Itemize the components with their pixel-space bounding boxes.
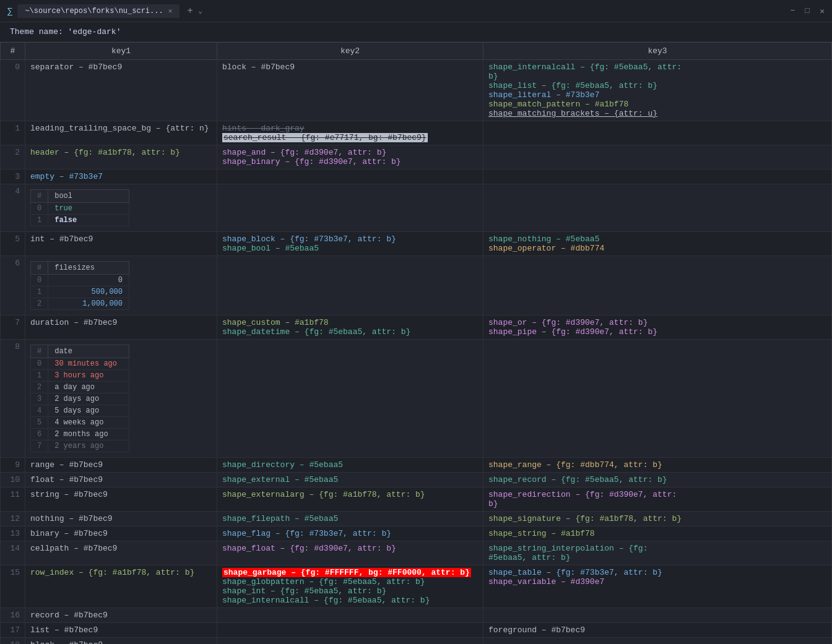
table-row: 0 separator – #b7bec9 block – #b7bec9 sh… bbox=[1, 60, 832, 121]
row-index-12: 12 bbox=[1, 512, 25, 526]
key3-5: shape_nothing – #5ebaa5 shape_operator –… bbox=[483, 232, 832, 256]
col-header-index: # bbox=[1, 43, 25, 60]
row-index-11: 11 bbox=[1, 487, 25, 512]
mini-row-1-val: 3 hours ago bbox=[48, 370, 129, 382]
key2-11: shape_externalarg – {fg: #a1bf78, attr: … bbox=[217, 487, 483, 512]
key1-7: duration – #b7bec9 bbox=[25, 316, 217, 340]
key3-16 bbox=[483, 608, 832, 623]
table-row: 3 empty – #73b3e7 bbox=[1, 170, 832, 184]
key1-14: cellpath – #b7bec9 bbox=[25, 541, 217, 565]
row-index-14: 14 bbox=[1, 541, 25, 565]
mini-row-1-val: 500,000 bbox=[48, 286, 129, 298]
row-index-3: 3 bbox=[1, 170, 25, 184]
key2-5: shape_block – {fg: #73b3e7, attr: b} sha… bbox=[217, 232, 483, 256]
key3-9: shape_range – {fg: #dbb774, attr: b} bbox=[483, 458, 832, 473]
new-tab-button[interactable]: + bbox=[187, 6, 193, 17]
row-index-15: 15 bbox=[1, 565, 25, 608]
key3-7: shape_or – {fg: #d390e7, attr: b} shape_… bbox=[483, 316, 832, 340]
col-header-key3: key3 bbox=[483, 43, 832, 60]
mini-row-1-idx: 1 bbox=[31, 215, 48, 226]
filesizes-table: # filesizes 0 0 1 500,000 bbox=[30, 261, 129, 310]
key1-12: nothing – #b7bec9 bbox=[25, 512, 217, 526]
key2-7: shape_custom – #a1bf78 shape_datetime – … bbox=[217, 316, 483, 340]
date-table: # date 0 30 minutes ago 1 3 hours ago bbox=[30, 345, 129, 452]
row-index-7: 7 bbox=[1, 316, 25, 340]
row-index-8: 8 bbox=[1, 340, 25, 458]
table-row: 9 range – #b7bec9 shape_directory – #5eb… bbox=[1, 458, 832, 473]
tab-more-button[interactable]: ⌄ bbox=[198, 6, 202, 15]
key3-6 bbox=[483, 256, 832, 316]
table-row: 11 string – #b7bec9 shape_externalarg – … bbox=[1, 487, 832, 512]
key3-12: shape_signature – {fg: #a1bf78, attr: b} bbox=[483, 512, 832, 526]
mini-row-7-val: 2 years ago bbox=[48, 440, 129, 452]
mini-col-bool: bool bbox=[48, 190, 129, 203]
row-index-2: 2 bbox=[1, 145, 25, 170]
row-index-17: 17 bbox=[1, 623, 25, 638]
titlebar: ∑ ~\source\repos\forks\nu_scri... ✕ + ⌄ … bbox=[0, 0, 832, 22]
key2-4 bbox=[217, 184, 483, 232]
close-button[interactable]: ✕ bbox=[820, 6, 825, 16]
key3-1 bbox=[483, 121, 832, 145]
row-index-13: 13 bbox=[1, 526, 25, 541]
row-index-5: 5 bbox=[1, 232, 25, 256]
mini-col-date: date bbox=[48, 345, 129, 358]
key3-13: shape_string – #a1bf78 bbox=[483, 526, 832, 541]
mini-row-0-idx: 0 bbox=[31, 275, 48, 286]
key1-18: block – #b7bec9 bbox=[25, 638, 217, 645]
key3-0: shape_internalcall – {fg: #5ebaa5, attr:… bbox=[483, 60, 832, 121]
row-index-6: 6 bbox=[1, 256, 25, 316]
main-table: # key1 key2 key3 0 separator – #b7bec9 b… bbox=[0, 42, 832, 644]
key3-15: shape_table – {fg: #73b3e7, attr: b} sha… bbox=[483, 565, 832, 608]
key2-1: hints – dark_gray search_result – {fg: #… bbox=[217, 121, 483, 145]
key2-18 bbox=[217, 638, 483, 645]
tab-close-button[interactable]: ✕ bbox=[168, 7, 173, 15]
key1-16: record – #b7bec9 bbox=[25, 608, 217, 623]
key2-6 bbox=[217, 256, 483, 316]
bool-table: # bool 0 true 1 false bbox=[30, 189, 129, 226]
table-row: 17 list – #b7bec9 foreground – #b7bec9 bbox=[1, 623, 832, 638]
key3-17: foreground – #b7bec9 bbox=[483, 623, 832, 638]
key1-11: string – #b7bec9 bbox=[25, 487, 217, 512]
key1-17: list – #b7bec9 bbox=[25, 623, 217, 638]
key1-3: empty – #73b3e7 bbox=[25, 170, 217, 184]
mini-row-2-idx: 2 bbox=[31, 298, 48, 310]
tab-label: ~\source\repos\forks\nu_scri... bbox=[25, 7, 163, 15]
table-row: 18 block – #b7bec9 bbox=[1, 638, 832, 645]
key2-10: shape_external – #5ebaa5 bbox=[217, 473, 483, 487]
mini-row-4-idx: 4 bbox=[31, 405, 48, 417]
maximize-button[interactable]: □ bbox=[805, 6, 810, 16]
table-row: 13 binary – #b7bec9 shape_flag – {fg: #7… bbox=[1, 526, 832, 541]
table-row: 5 int – #b7bec9 shape_block – {fg: #73b3… bbox=[1, 232, 832, 256]
key1-8: # date 0 30 minutes ago 1 3 hours ago bbox=[25, 340, 217, 458]
table-row: 8 # date 0 30 minutes ago bbox=[1, 340, 832, 458]
mini-col-hash: # bbox=[31, 190, 48, 203]
key3-8 bbox=[483, 340, 832, 458]
mini-row-0-idx: 0 bbox=[31, 358, 48, 370]
table-row: 16 record – #b7bec9 bbox=[1, 608, 832, 623]
row-index-9: 9 bbox=[1, 458, 25, 473]
key2-9: shape_directory – #5ebaa5 bbox=[217, 458, 483, 473]
minimize-button[interactable]: − bbox=[791, 6, 795, 16]
window-controls: − □ ✕ bbox=[791, 6, 825, 16]
key2-12: shape_filepath – #5ebaa5 bbox=[217, 512, 483, 526]
mini-row-3-val: 2 days ago bbox=[48, 393, 129, 405]
key2-3 bbox=[217, 170, 483, 184]
key3-4 bbox=[483, 184, 832, 232]
tab-active[interactable]: ~\source\repos\forks\nu_scri... ✕ bbox=[17, 4, 180, 18]
mini-row-7-idx: 7 bbox=[31, 440, 48, 452]
table-row: 4 # bool 0 true bbox=[1, 184, 832, 232]
theme-line: Theme name: 'edge-dark' bbox=[0, 22, 832, 42]
mini-row-1-val: false bbox=[48, 215, 129, 226]
row-index-0: 0 bbox=[1, 60, 25, 121]
key2-8 bbox=[217, 340, 483, 458]
key3-14: shape_string_interpolation – {fg: #5ebaa… bbox=[483, 541, 832, 565]
key2-17 bbox=[217, 623, 483, 638]
key1-1: leading_trailing_space_bg – {attr: n} bbox=[25, 121, 217, 145]
key3-10: shape_record – {fg: #5ebaa5, attr: b} bbox=[483, 473, 832, 487]
key2-14: shape_float – {fg: #d390e7, attr: b} bbox=[217, 541, 483, 565]
table-row: 10 float – #b7bec9 shape_external – #5eb… bbox=[1, 473, 832, 487]
key2-13: shape_flag – {fg: #73b3e7, attr: b} bbox=[217, 526, 483, 541]
mini-col-hash: # bbox=[31, 262, 48, 275]
key1-6: # filesizes 0 0 1 500,000 bbox=[25, 256, 217, 316]
key2-16 bbox=[217, 608, 483, 623]
